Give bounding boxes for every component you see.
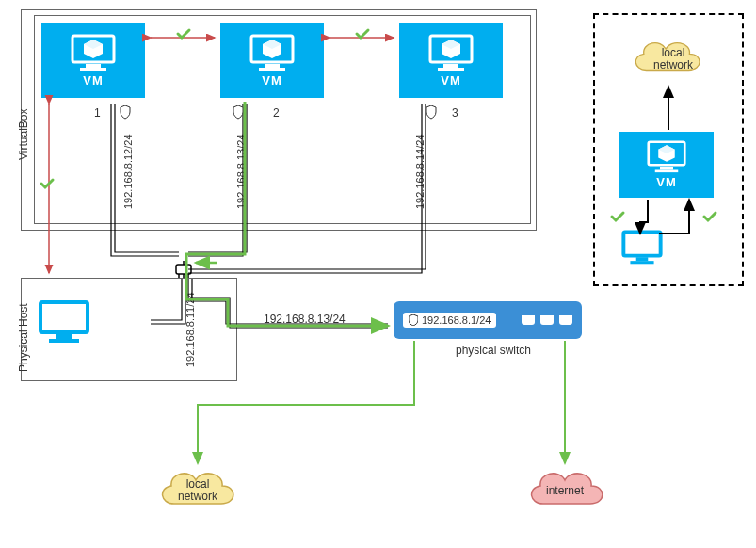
switch-port bbox=[522, 315, 535, 325]
vm-2-number: 2 bbox=[273, 106, 280, 120]
vm-3-label: VM bbox=[441, 73, 461, 88]
internet-label: internet bbox=[546, 484, 584, 497]
svg-rect-5 bbox=[259, 68, 285, 71]
physical-switch: 192.168.8.1/24 bbox=[394, 301, 582, 339]
svg-rect-9 bbox=[40, 302, 88, 332]
switch-ports bbox=[522, 315, 572, 325]
vm-2: VM bbox=[220, 23, 324, 98]
svg-rect-2 bbox=[80, 68, 106, 71]
svg-rect-21 bbox=[636, 257, 649, 261]
vm-1-label: VM bbox=[83, 73, 104, 88]
vm-icon bbox=[428, 34, 474, 72]
svg-rect-18 bbox=[660, 167, 673, 170]
vm-icon bbox=[647, 140, 686, 173]
svg-rect-8 bbox=[438, 68, 464, 71]
hub-icon bbox=[173, 259, 194, 282]
vm-2-ip: 192.168.8.13/24 bbox=[235, 134, 247, 209]
vm-3-ip: 192.168.8.14/24 bbox=[414, 134, 426, 209]
svg-rect-4 bbox=[265, 64, 280, 68]
svg-rect-20 bbox=[623, 233, 660, 256]
svg-rect-11 bbox=[49, 339, 79, 343]
svg-rect-10 bbox=[56, 334, 72, 339]
shield-icon bbox=[409, 314, 418, 326]
legend-host-icon bbox=[621, 230, 663, 268]
vm-1: VM bbox=[41, 23, 145, 98]
switch-port bbox=[559, 315, 572, 325]
virtualbox-label: VirtualBox bbox=[17, 109, 30, 160]
local-network-label: local network bbox=[171, 478, 224, 503]
switch-port bbox=[540, 315, 554, 325]
vm-2-label: VM bbox=[262, 73, 282, 88]
svg-rect-19 bbox=[655, 170, 679, 173]
svg-rect-22 bbox=[630, 261, 653, 264]
vm-icon bbox=[71, 34, 116, 72]
vm-1-ip: 192.168.8.12/24 bbox=[122, 134, 134, 209]
switch-caption: physical switch bbox=[456, 344, 531, 357]
svg-rect-1 bbox=[86, 64, 101, 68]
vm-3-number: 3 bbox=[452, 106, 458, 120]
legend-cloud-label: local network bbox=[650, 47, 697, 72]
host-monitor-icon bbox=[38, 299, 90, 347]
legend-vm-label: VM bbox=[656, 175, 677, 189]
vm-icon bbox=[249, 34, 295, 72]
svg-rect-12 bbox=[176, 265, 191, 274]
vm-3: VM bbox=[399, 23, 503, 98]
flow-ip-label: 192.168.8.13/24 bbox=[264, 313, 346, 326]
switch-ip: 192.168.8.1/24 bbox=[422, 314, 491, 326]
legend-vm: VM bbox=[619, 132, 714, 198]
switch-ip-pill: 192.168.8.1/24 bbox=[403, 313, 496, 328]
physical-host-label: Physical Host bbox=[17, 303, 30, 372]
vm-1-number: 1 bbox=[94, 106, 101, 120]
host-ip: 192.168.8.11/24 bbox=[185, 292, 196, 367]
svg-rect-7 bbox=[443, 64, 458, 68]
